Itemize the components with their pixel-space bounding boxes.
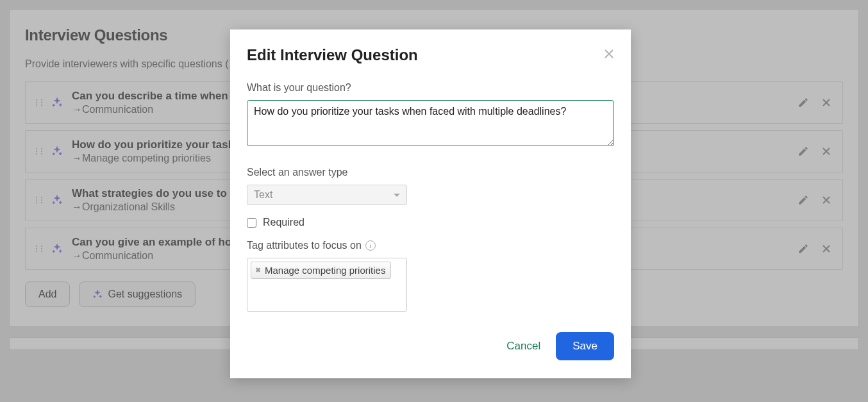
tag-attributes-label: Tag attributes to focus on (247, 240, 362, 251)
tag-remove-icon[interactable]: ✖ (255, 267, 261, 274)
answer-type-value: Text (254, 189, 272, 201)
tag-chip: ✖ Manage competing priorities (251, 262, 391, 279)
chevron-down-icon (394, 194, 400, 197)
edit-question-modal: Edit Interview Question What is your que… (230, 29, 631, 378)
save-button[interactable]: Save (556, 332, 614, 360)
answer-type-select[interactable]: Text (247, 185, 407, 205)
close-icon[interactable] (604, 49, 614, 59)
answer-type-label: Select an answer type (247, 167, 614, 178)
question-input[interactable] (247, 100, 614, 146)
cancel-button[interactable]: Cancel (506, 340, 540, 353)
required-label: Required (263, 217, 305, 228)
modal-title: Edit Interview Question (247, 46, 418, 64)
tag-chip-label: Manage competing priorities (265, 265, 385, 276)
tags-input[interactable]: ✖ Manage competing priorities (247, 258, 407, 312)
info-icon[interactable]: i (365, 240, 376, 251)
required-checkbox[interactable] (247, 218, 256, 228)
question-label: What is your question? (247, 82, 614, 94)
